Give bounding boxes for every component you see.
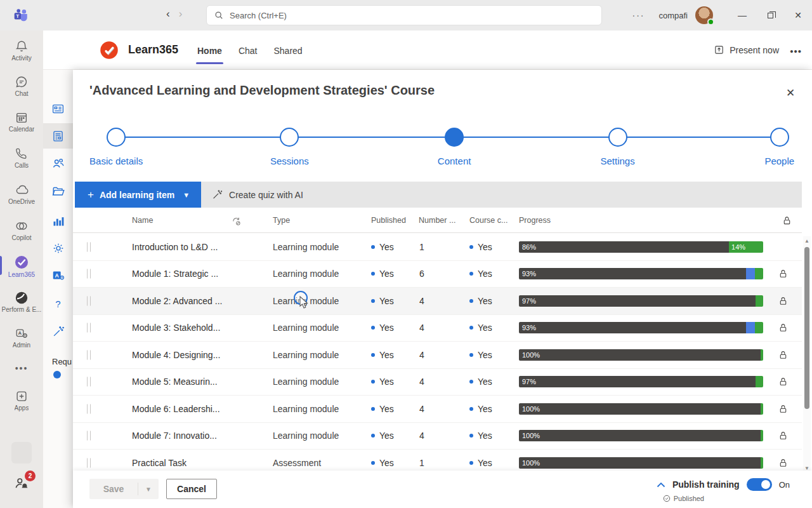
drag-handle[interactable]: [87, 269, 91, 279]
rail-item-perform[interactable]: Perform & E...: [0, 291, 43, 313]
drag-handle[interactable]: [87, 431, 91, 441]
chevron-up-icon[interactable]: [657, 482, 665, 488]
sidebar-item-courses[interactable]: [43, 123, 73, 149]
step-circle-content[interactable]: [445, 128, 464, 147]
vertical-scrollbar[interactable]: ▲ ▼: [803, 236, 811, 472]
header-name[interactable]: Name: [132, 216, 153, 225]
header-type[interactable]: Type: [273, 216, 290, 225]
sidebar-item-help[interactable]: ?: [43, 291, 73, 316]
header-progress[interactable]: Progress: [519, 216, 551, 225]
step-circle-settings[interactable]: [608, 128, 627, 147]
avatar[interactable]: [695, 6, 713, 24]
table-row[interactable]: Module 3: Stakehold... Learning module Y…: [73, 315, 802, 342]
drag-handle[interactable]: [87, 350, 91, 359]
drag-handle[interactable]: [87, 323, 91, 333]
row-published-value: Yes: [379, 404, 394, 414]
lock-icon[interactable]: [778, 350, 788, 359]
step-circle-people[interactable]: [770, 128, 789, 147]
header-published[interactable]: Published: [371, 216, 406, 225]
step-label-content[interactable]: Content: [438, 156, 471, 166]
table-row[interactable]: Module 7: Innovatio... Learning module Y…: [73, 423, 802, 450]
row-number: 4: [419, 431, 424, 441]
close-window-button[interactable]: ✕: [784, 0, 812, 30]
lock-icon[interactable]: [778, 431, 788, 441]
rail-item-calls[interactable]: Calls: [0, 147, 43, 169]
drag-handle[interactable]: [87, 296, 91, 305]
publish-toggle[interactable]: [747, 478, 772, 491]
scroll-up-icon[interactable]: ▲: [803, 236, 811, 245]
lock-icon[interactable]: [778, 296, 788, 305]
drag-handle[interactable]: [87, 404, 91, 413]
table-row[interactable]: Practical Task Assessment Yes 1 Yes 100%: [73, 450, 802, 471]
header-course[interactable]: Course c...: [469, 216, 508, 225]
sidebar-item-reports[interactable]: [43, 208, 73, 234]
tab-chat[interactable]: Chat: [239, 46, 258, 56]
table-row[interactable]: Module 4: Designing... Learning module Y…: [73, 342, 802, 369]
rail-item-learn365[interactable]: Learn365: [0, 255, 43, 278]
app-header-more-icon[interactable]: •••: [790, 46, 802, 57]
rail-item-chat[interactable]: Chat: [0, 75, 43, 97]
step-label-people[interactable]: People: [764, 156, 794, 166]
lock-icon[interactable]: [778, 323, 788, 333]
scrollbar-thumb[interactable]: [804, 247, 809, 409]
table-row[interactable]: Module 2: Advanced ... Learning module Y…: [73, 288, 802, 315]
save-button[interactable]: Save ▼: [89, 479, 159, 499]
dashboard-card-icon: [51, 102, 65, 116]
table-row[interactable]: Introduction to L&D ... Learning module …: [73, 234, 802, 261]
rail-item-onedrive[interactable]: OneDrive: [0, 183, 43, 205]
help-icon: ?: [55, 298, 60, 309]
drag-handle[interactable]: [87, 377, 91, 387]
table-row[interactable]: Module 6: Leadershi... Learning module Y…: [73, 396, 802, 423]
rail-item-copilot[interactable]: Copilot: [0, 219, 43, 241]
minimize-button[interactable]: —: [728, 0, 756, 30]
sidebar-item-settings[interactable]: [43, 236, 73, 261]
step-label-sessions[interactable]: Sessions: [270, 156, 309, 166]
back-button[interactable]: ‹: [166, 8, 170, 20]
sidebar-item-admin-center[interactable]: A: [43, 263, 73, 288]
titlebar-more-icon[interactable]: ···: [632, 10, 645, 20]
progress-green: [755, 268, 763, 279]
rail-more-icon[interactable]: •••: [0, 363, 43, 373]
publish-training-label: Publish training: [672, 479, 740, 490]
forward-button[interactable]: ›: [179, 8, 183, 20]
lock-icon[interactable]: [778, 269, 788, 279]
lock-icon[interactable]: [778, 377, 788, 387]
header-number[interactable]: Number ...: [419, 216, 455, 225]
sidebar-item-ai-assistant[interactable]: [43, 319, 73, 344]
row-type: Learning module: [273, 404, 339, 414]
sidebar-item-people[interactable]: [43, 150, 73, 176]
rail-item-calendar[interactable]: Calendar: [0, 110, 43, 133]
row-course-value: Yes: [478, 404, 492, 414]
tab-home[interactable]: Home: [197, 46, 222, 56]
table-row[interactable]: Module 1: Strategic ... Learning module …: [73, 261, 802, 288]
lock-icon[interactable]: [778, 458, 788, 467]
present-now-button[interactable]: Present now: [714, 44, 779, 55]
rail-item-admin[interactable]: A Admin: [0, 326, 43, 349]
lock-icon[interactable]: [778, 404, 788, 413]
step-circle-basic-details[interactable]: [107, 128, 126, 147]
invite-people-button[interactable]: 2: [0, 475, 43, 491]
cancel-button[interactable]: Cancel: [166, 479, 217, 499]
sidebar-item-files[interactable]: [43, 178, 73, 204]
drag-handle[interactable]: [87, 458, 91, 467]
create-quiz-ai-button[interactable]: Create quiz with AI: [201, 182, 313, 208]
sidebar-item-dashboard[interactable]: [43, 96, 73, 121]
step-circle-sessions[interactable]: [280, 128, 299, 147]
step-label-basic-details[interactable]: Basic details: [89, 156, 143, 166]
progress-green: [755, 322, 763, 333]
progress-green: [756, 295, 763, 307]
row-type: Learning module: [273, 269, 339, 279]
tab-shared[interactable]: Shared: [273, 46, 302, 56]
step-label-settings[interactable]: Settings: [600, 156, 634, 166]
row-name: Practical Task: [132, 458, 262, 468]
search-input[interactable]: Search (Ctrl+E): [206, 5, 602, 25]
add-learning-item-button[interactable]: + Add learning item ▼: [75, 182, 201, 208]
slider-dot[interactable]: [53, 371, 61, 378]
drag-handle[interactable]: [87, 242, 91, 251]
rail-item-activity[interactable]: Activity: [0, 39, 43, 62]
row-name: Module 4: Designing...: [132, 350, 262, 360]
rail-item-apps[interactable]: Apps: [0, 389, 43, 411]
maximize-button[interactable]: [756, 0, 784, 30]
table-row[interactable]: Module 5: Measurin... Learning module Ye…: [73, 369, 802, 396]
dialog-close-button[interactable]: ✕: [782, 84, 799, 102]
